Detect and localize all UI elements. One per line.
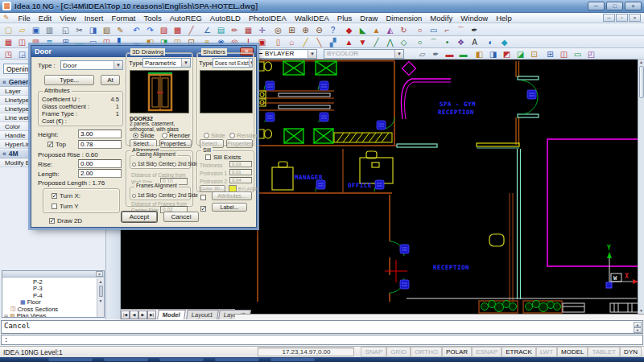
pen-icon[interactable]: ✒ xyxy=(468,24,481,35)
tree-item[interactable]: P-2 xyxy=(30,278,96,286)
undo-icon[interactable]: ↶ xyxy=(130,24,143,35)
block-icon[interactable]: ▣ xyxy=(255,36,269,47)
zoom-in-icon[interactable]: ⊕ xyxy=(299,24,312,35)
opening7-icon[interactable]: ◫ xyxy=(557,48,571,60)
slide-radio[interactable]: Slide xyxy=(133,132,155,139)
menu-item[interactable]: View xyxy=(56,14,80,23)
command-input[interactable]: : xyxy=(4,335,8,343)
opening6-icon[interactable]: ⊞ xyxy=(543,48,557,60)
view-front-icon[interactable]: ◳ xyxy=(2,48,15,60)
draw-2d-checkbox[interactable]: Draw 2D xyxy=(49,217,82,224)
erase-icon[interactable]: ▱ xyxy=(415,48,429,60)
chevron-down-icon[interactable]: ▼ xyxy=(249,59,253,67)
tab-prev-button[interactable]: ◀ xyxy=(130,311,138,319)
tree-item[interactable]: ▦ Floor xyxy=(19,299,96,306)
status-toggle[interactable]: MODEL xyxy=(557,347,588,357)
polyline-icon[interactable]: ╱ xyxy=(184,24,198,35)
child-close-button[interactable]: × xyxy=(629,14,641,22)
casing-2nd-side-radio[interactable]: 2nd Side xyxy=(172,161,198,167)
length-field[interactable] xyxy=(78,169,122,178)
status-toggle[interactable]: DYN xyxy=(620,347,642,357)
print-preview-icon[interactable]: ◱ xyxy=(59,24,72,35)
open-icon[interactable]: ▱ xyxy=(15,24,29,35)
cut-icon[interactable]: ✂ xyxy=(72,24,86,35)
draw-circle-icon[interactable]: ○ xyxy=(413,36,427,47)
stamp-icon[interactable]: ✒ xyxy=(429,48,443,60)
expand-icon[interactable]: ⊞ xyxy=(4,313,8,317)
3d-type-combo[interactable]: Parametric▼ xyxy=(142,58,191,68)
copy-icon[interactable]: ◨ xyxy=(86,24,100,35)
layout-tab[interactable]: Model xyxy=(157,310,185,319)
material-icon[interactable]: ◆ xyxy=(497,36,511,47)
rect-icon[interactable]: ▭ xyxy=(427,24,440,35)
type-button[interactable]: Type... xyxy=(44,75,94,85)
taskbar-button[interactable] xyxy=(48,358,93,361)
shutters-type-combo[interactable]: Does not Exist▼ xyxy=(213,58,253,68)
project-icon[interactable]: ▦ xyxy=(2,36,15,47)
canvas-scrollbar[interactable]: ▲▼ xyxy=(638,60,644,314)
menu-item[interactable]: File xyxy=(14,14,35,23)
turn-x-checkbox[interactable]: Turn X: xyxy=(52,192,80,200)
top-checkbox[interactable]: Top xyxy=(47,141,66,148)
opening3-icon[interactable]: ◩ xyxy=(500,48,514,60)
command-scroll-spinner[interactable]: ▲▼ xyxy=(634,322,642,332)
format-painter-icon[interactable]: ✎ xyxy=(114,24,127,35)
menu-item[interactable]: Plus xyxy=(333,14,356,23)
hat2-icon[interactable]: ▞ xyxy=(326,36,340,47)
menu-item[interactable]: AutoREG xyxy=(166,14,206,23)
draw-point-icon[interactable]: • xyxy=(440,36,454,47)
top-field[interactable] xyxy=(78,140,122,149)
tab-next-button[interactable]: ▶ xyxy=(138,311,147,319)
draw-arc-icon[interactable]: ⌒ xyxy=(427,36,440,47)
hatch-icon[interactable]: ▤ xyxy=(214,24,228,35)
menu-item[interactable]: WalkIDEA xyxy=(291,14,333,23)
chevron-down-icon[interactable]: ▼ xyxy=(394,50,403,58)
line1-icon[interactable]: ╱ xyxy=(299,36,312,47)
draw-line-icon[interactable]: ╱ xyxy=(369,36,383,47)
status-toggle[interactable]: ESNAP xyxy=(472,347,502,357)
tree-item[interactable]: ⊞ ▧ Plan Views xyxy=(4,313,96,318)
settings-icon[interactable]: ▩ xyxy=(171,24,184,35)
menu-item[interactable]: Modify xyxy=(426,14,456,23)
shade-icon[interactable]: ◣ xyxy=(356,24,369,35)
menu-item[interactable]: Draw xyxy=(356,14,382,23)
layout-tab[interactable]: Layout1 xyxy=(186,310,218,319)
menu-item[interactable]: Tools xyxy=(140,14,166,23)
up-icon[interactable]: ▲ xyxy=(342,36,356,47)
menu-item[interactable]: Edit xyxy=(35,14,56,23)
menu-item[interactable]: PhotoIDEA xyxy=(245,14,291,23)
menu-item[interactable]: Format xyxy=(107,14,139,23)
chevron-down-icon[interactable]: ▼ xyxy=(181,59,190,67)
minimize-button[interactable]: ─ xyxy=(588,2,605,10)
help-icon[interactable]: ? xyxy=(326,24,340,35)
tree-item[interactable]: ◫ Cross Sections xyxy=(9,306,96,313)
sill-exists-checkbox[interactable]: Sill Exists xyxy=(205,154,241,161)
wall-red-icon[interactable]: ▬ xyxy=(443,48,456,60)
frames-center-radio[interactable]: Center xyxy=(153,192,174,198)
door-type-combo[interactable]: Door▼ xyxy=(60,60,123,70)
image-icon[interactable]: ▦ xyxy=(242,24,255,35)
collapse-icon[interactable]: « xyxy=(2,150,6,158)
cancel-button[interactable]: Cancel xyxy=(163,212,199,222)
menu-item[interactable]: Insert xyxy=(80,14,108,23)
turn-y-checkbox[interactable]: Turn Y xyxy=(52,203,79,210)
taskbar-button[interactable] xyxy=(215,358,259,361)
status-toggle[interactable]: ETRACK xyxy=(502,347,535,357)
opening4-icon[interactable]: ◪ xyxy=(514,48,527,60)
save-icon[interactable]: ▣ xyxy=(29,24,43,35)
tab-first-button[interactable]: |◀ xyxy=(121,311,130,319)
pan-icon[interactable]: ✛ xyxy=(255,24,269,35)
menu-item[interactable]: Window xyxy=(456,14,492,23)
wall-green-icon[interactable]: ▬ xyxy=(456,48,470,60)
zoom-out-icon[interactable]: ⊖ xyxy=(312,24,326,35)
taskbar-button[interactable] xyxy=(159,358,204,361)
tree-scrollbar[interactable]: ▲▼ xyxy=(97,278,104,317)
status-toggle[interactable]: TABLET xyxy=(588,347,620,357)
taskbar-button[interactable] xyxy=(270,358,315,361)
menu-item[interactable]: AutoBLD xyxy=(206,14,245,23)
label-checkbox[interactable] xyxy=(200,205,208,212)
label-button[interactable]: Label... xyxy=(212,203,247,212)
menu-item[interactable]: Help xyxy=(492,14,516,23)
chevron-down-icon[interactable]: ▼ xyxy=(308,50,316,58)
opening5-icon[interactable]: ⊡ xyxy=(527,48,541,60)
